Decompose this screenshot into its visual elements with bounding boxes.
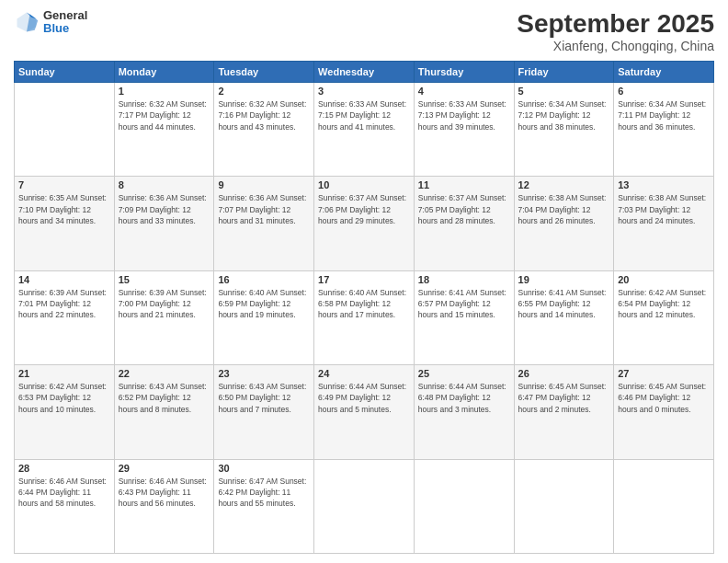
day-info: Sunrise: 6:32 AM Sunset: 7:16 PM Dayligh… (218, 98, 310, 132)
day-info: Sunrise: 6:43 AM Sunset: 6:50 PM Dayligh… (218, 381, 310, 415)
day-info: Sunrise: 6:39 AM Sunset: 7:00 PM Dayligh… (119, 287, 210, 321)
table-row: 17Sunrise: 6:40 AM Sunset: 6:58 PM Dayli… (314, 270, 415, 364)
day-info: Sunrise: 6:40 AM Sunset: 6:58 PM Dayligh… (318, 287, 410, 321)
table-row: 13Sunrise: 6:38 AM Sunset: 7:03 PM Dayli… (614, 177, 714, 270)
day-number: 24 (318, 368, 410, 379)
table-row: 18Sunrise: 6:41 AM Sunset: 6:57 PM Dayli… (414, 270, 514, 364)
day-info: Sunrise: 6:33 AM Sunset: 7:15 PM Dayligh… (318, 98, 410, 132)
day-info: Sunrise: 6:45 AM Sunset: 6:46 PM Dayligh… (618, 381, 710, 415)
day-info: Sunrise: 6:36 AM Sunset: 7:07 PM Dayligh… (218, 192, 310, 226)
table-row: 4Sunrise: 6:33 AM Sunset: 7:13 PM Daylig… (414, 83, 514, 177)
day-info: Sunrise: 6:34 AM Sunset: 7:11 PM Dayligh… (618, 98, 710, 132)
table-row: 28Sunrise: 6:46 AM Sunset: 6:44 PM Dayli… (15, 459, 115, 553)
day-info: Sunrise: 6:44 AM Sunset: 6:49 PM Dayligh… (318, 381, 410, 415)
table-row: 6Sunrise: 6:34 AM Sunset: 7:11 PM Daylig… (614, 83, 714, 177)
day-number: 29 (119, 463, 210, 474)
table-row: 12Sunrise: 6:38 AM Sunset: 7:04 PM Dayli… (514, 177, 614, 270)
day-number: 11 (418, 179, 510, 190)
day-info: Sunrise: 6:32 AM Sunset: 7:17 PM Dayligh… (119, 98, 210, 132)
day-number: 23 (218, 368, 310, 379)
page: General Blue September 2025 Xianfeng, Ch… (0, 0, 728, 563)
table-row: 14Sunrise: 6:39 AM Sunset: 7:01 PM Dayli… (15, 270, 115, 364)
table-row: 10Sunrise: 6:37 AM Sunset: 7:06 PM Dayli… (314, 177, 415, 270)
title-location: Xianfeng, Chongqing, China (517, 39, 714, 53)
header: General Blue September 2025 Xianfeng, Ch… (14, 9, 714, 53)
day-number: 12 (518, 179, 610, 190)
col-saturday: Saturday (614, 62, 714, 83)
table-row: 11Sunrise: 6:37 AM Sunset: 7:05 PM Dayli… (414, 177, 514, 270)
table-row: 26Sunrise: 6:45 AM Sunset: 6:47 PM Dayli… (514, 365, 614, 459)
table-row: 20Sunrise: 6:42 AM Sunset: 6:54 PM Dayli… (614, 270, 714, 364)
table-row (414, 459, 514, 553)
day-number: 10 (318, 179, 410, 190)
table-row: 30Sunrise: 6:47 AM Sunset: 6:42 PM Dayli… (214, 459, 314, 553)
table-row: 15Sunrise: 6:39 AM Sunset: 7:00 PM Dayli… (114, 270, 214, 364)
day-number: 6 (618, 86, 710, 97)
day-info: Sunrise: 6:34 AM Sunset: 7:12 PM Dayligh… (518, 98, 610, 132)
calendar-week-row: 7Sunrise: 6:35 AM Sunset: 7:10 PM Daylig… (15, 177, 714, 270)
day-number: 27 (618, 368, 710, 379)
day-number: 7 (18, 179, 110, 190)
day-info: Sunrise: 6:35 AM Sunset: 7:10 PM Dayligh… (18, 192, 110, 226)
day-number: 5 (518, 86, 610, 97)
title-block: September 2025 Xianfeng, Chongqing, Chin… (517, 9, 714, 53)
col-tuesday: Tuesday (214, 62, 314, 83)
table-row: 16Sunrise: 6:40 AM Sunset: 6:59 PM Dayli… (214, 270, 314, 364)
calendar-week-row: 1Sunrise: 6:32 AM Sunset: 7:17 PM Daylig… (15, 83, 714, 177)
table-row: 29Sunrise: 6:46 AM Sunset: 6:43 PM Dayli… (114, 459, 214, 553)
day-info: Sunrise: 6:45 AM Sunset: 6:47 PM Dayligh… (518, 381, 610, 415)
day-info: Sunrise: 6:38 AM Sunset: 7:04 PM Dayligh… (518, 192, 610, 226)
day-info: Sunrise: 6:46 AM Sunset: 6:43 PM Dayligh… (119, 476, 210, 510)
logo: General Blue (14, 9, 87, 36)
day-number: 25 (418, 368, 510, 379)
day-info: Sunrise: 6:39 AM Sunset: 7:01 PM Dayligh… (18, 287, 110, 321)
day-number: 20 (618, 274, 710, 285)
day-number: 9 (218, 179, 310, 190)
day-info: Sunrise: 6:42 AM Sunset: 6:53 PM Dayligh… (18, 381, 110, 415)
day-info: Sunrise: 6:47 AM Sunset: 6:42 PM Dayligh… (218, 476, 310, 510)
table-row: 22Sunrise: 6:43 AM Sunset: 6:52 PM Dayli… (114, 365, 214, 459)
table-row: 9Sunrise: 6:36 AM Sunset: 7:07 PM Daylig… (214, 177, 314, 270)
day-info: Sunrise: 6:43 AM Sunset: 6:52 PM Dayligh… (119, 381, 210, 415)
table-row: 25Sunrise: 6:44 AM Sunset: 6:48 PM Dayli… (414, 365, 514, 459)
day-number: 1 (119, 86, 210, 97)
table-row: 2Sunrise: 6:32 AM Sunset: 7:16 PM Daylig… (214, 83, 314, 177)
table-row: 23Sunrise: 6:43 AM Sunset: 6:50 PM Dayli… (214, 365, 314, 459)
day-number: 15 (119, 274, 210, 285)
day-info: Sunrise: 6:38 AM Sunset: 7:03 PM Dayligh… (618, 192, 710, 226)
table-row: 19Sunrise: 6:41 AM Sunset: 6:55 PM Dayli… (514, 270, 614, 364)
title-month: September 2025 (517, 9, 714, 39)
day-number: 28 (18, 463, 110, 474)
table-row: 27Sunrise: 6:45 AM Sunset: 6:46 PM Dayli… (614, 365, 714, 459)
day-number: 22 (119, 368, 210, 379)
logo-text: General Blue (43, 9, 87, 36)
logo-general-text: General (43, 9, 87, 22)
day-info: Sunrise: 6:40 AM Sunset: 6:59 PM Dayligh… (218, 287, 310, 321)
calendar-week-row: 14Sunrise: 6:39 AM Sunset: 7:01 PM Dayli… (15, 270, 714, 364)
day-number: 26 (518, 368, 610, 379)
day-info: Sunrise: 6:41 AM Sunset: 6:55 PM Dayligh… (518, 287, 610, 321)
table-row (614, 459, 714, 553)
day-info: Sunrise: 6:42 AM Sunset: 6:54 PM Dayligh… (618, 287, 710, 321)
calendar-week-row: 21Sunrise: 6:42 AM Sunset: 6:53 PM Dayli… (15, 365, 714, 459)
table-row: 7Sunrise: 6:35 AM Sunset: 7:10 PM Daylig… (15, 177, 115, 270)
col-wednesday: Wednesday (314, 62, 415, 83)
day-info: Sunrise: 6:33 AM Sunset: 7:13 PM Dayligh… (418, 98, 510, 132)
table-row: 24Sunrise: 6:44 AM Sunset: 6:49 PM Dayli… (314, 365, 415, 459)
day-info: Sunrise: 6:41 AM Sunset: 6:57 PM Dayligh… (418, 287, 510, 321)
col-thursday: Thursday (414, 62, 514, 83)
calendar-week-row: 28Sunrise: 6:46 AM Sunset: 6:44 PM Dayli… (15, 459, 714, 553)
col-sunday: Sunday (15, 62, 115, 83)
day-info: Sunrise: 6:46 AM Sunset: 6:44 PM Dayligh… (18, 476, 110, 510)
day-info: Sunrise: 6:36 AM Sunset: 7:09 PM Dayligh… (119, 192, 210, 226)
table-row: 1Sunrise: 6:32 AM Sunset: 7:17 PM Daylig… (114, 83, 214, 177)
col-monday: Monday (114, 62, 214, 83)
col-friday: Friday (514, 62, 614, 83)
day-number: 18 (418, 274, 510, 285)
table-row: 5Sunrise: 6:34 AM Sunset: 7:12 PM Daylig… (514, 83, 614, 177)
calendar-table: Sunday Monday Tuesday Wednesday Thursday… (14, 61, 714, 554)
day-number: 16 (218, 274, 310, 285)
day-info: Sunrise: 6:37 AM Sunset: 7:06 PM Dayligh… (318, 192, 410, 226)
table-row (314, 459, 415, 553)
logo-icon (14, 9, 40, 35)
